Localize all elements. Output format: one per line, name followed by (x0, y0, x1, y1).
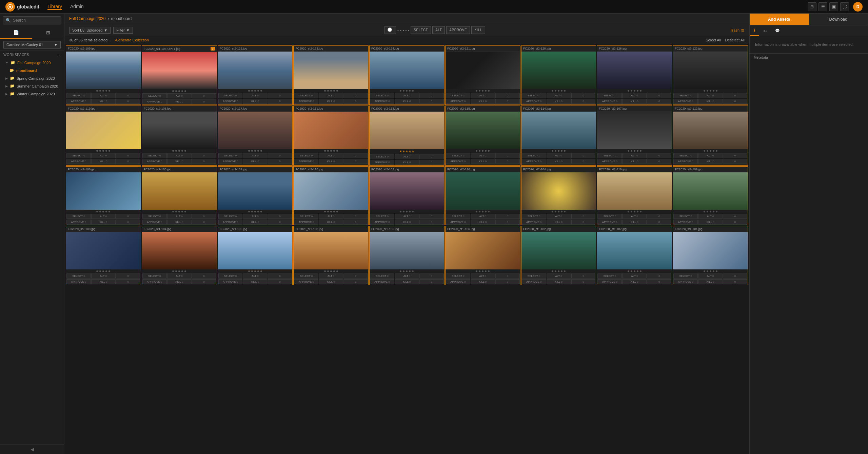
photo-approve-btn[interactable]: APPROVE 0 (673, 279, 698, 284)
select-all-button[interactable]: Select All (706, 38, 721, 42)
photo-card[interactable]: FC2020_st2-117.jpg SELECT 0 ALT 0 0 APPR… (218, 106, 293, 166)
photo-thumbnail[interactable] (218, 232, 293, 269)
photo-approve-btn[interactable]: APPROVE 0 (446, 159, 470, 164)
user-dropdown[interactable]: Caroline McCauley 01 ▼ (3, 41, 61, 49)
photo-kill-btn[interactable]: KILL 0 (395, 160, 419, 165)
photo-kill-btn[interactable]: KILL 0 (243, 220, 267, 225)
photo-card[interactable]: FC2020_st2-109.jpg SELECT 0 ALT 0 0 APPR… (673, 166, 748, 225)
photo-approve-btn[interactable]: APPROVE 0 (294, 159, 318, 164)
photo-approve-btn[interactable]: APPROVE 0 (294, 279, 318, 284)
photo-approve-btn[interactable]: APPROVE 0 (218, 99, 243, 104)
photo-thumbnail[interactable] (446, 52, 520, 89)
photo-thumbnail[interactable] (66, 112, 141, 149)
photo-card[interactable]: FC2020_st1-102.jpg SELECT 0 ALT 0 0 APPR… (521, 226, 596, 285)
photo-card[interactable]: FC2020_st2-110.jpg SELECT 0 ALT 0 0 APPR… (597, 166, 672, 225)
photo-kill-btn[interactable]: KILL 0 (395, 99, 419, 104)
photo-thumbnail[interactable] (673, 172, 748, 210)
photo-select-btn[interactable]: SELECT 0 (294, 93, 318, 98)
photo-kill-btn[interactable]: KILL 0 (319, 279, 343, 284)
photo-select-btn[interactable]: SELECT 0 (446, 153, 470, 158)
photo-select-btn[interactable]: SELECT 0 (142, 93, 167, 98)
photo-card[interactable]: FC2020_st2-112.jpg SELECT 0 ALT 0 0 APPR… (673, 106, 748, 166)
photo-approve-btn[interactable]: APPROVE 0 (142, 279, 167, 284)
photo-card[interactable]: FC2020_st2-121.jpg SELECT 0 ALT 0 0 APPR… (445, 45, 520, 105)
photo-alt-btn[interactable]: ALT 0 (319, 153, 343, 158)
photo-thumbnail[interactable] (66, 172, 141, 210)
photo-alt-btn[interactable]: ALT 0 (471, 214, 495, 219)
metadata-chat-tab[interactable]: 💬 (771, 25, 784, 36)
photo-alt-btn[interactable]: ALT 0 (243, 214, 267, 219)
photo-card[interactable]: FC2020_st2-114.jpg SELECT 0 ALT 0 0 APPR… (521, 106, 596, 166)
photo-kill-btn[interactable]: KILL 0 (91, 220, 116, 225)
add-assets-button[interactable]: Add Assets (750, 14, 809, 25)
metadata-info-tab[interactable]: ℹ (750, 25, 759, 36)
photo-card[interactable]: FC2020_st2-105.jpg SELECT 0 ALT 0 0 APPR… (142, 166, 217, 225)
photo-alt-btn[interactable]: ALT 0 (395, 273, 419, 279)
photo-alt-btn[interactable]: ALT 0 (167, 214, 192, 219)
photo-kill-btn[interactable]: KILL 0 (698, 159, 723, 164)
list-view-icon[interactable]: ☰ (818, 2, 827, 11)
photo-thumbnail[interactable] (66, 232, 141, 269)
photo-approve-btn[interactable]: APPROVE 0 (597, 99, 622, 104)
photo-alt-btn[interactable]: ALT 0 (698, 273, 723, 279)
photo-approve-btn[interactable]: APPROVE 0 (597, 220, 622, 225)
photo-select-btn[interactable]: SELECT 0 (522, 93, 546, 98)
photo-select-btn[interactable]: SELECT 0 (218, 93, 243, 98)
photo-card[interactable]: FC2020_st2-115.jpg SELECT 0 ALT 0 0 APPR… (445, 106, 520, 166)
photo-thumbnail[interactable] (142, 232, 217, 269)
sidebar-item-spring-campaign[interactable]: ▶ 📁 Spring Campaign 2020 (0, 74, 64, 82)
photo-approve-btn[interactable]: APPROVE 0 (142, 99, 167, 104)
photo-card[interactable]: FC2020_st2-123.jpg SELECT 0 ALT 0 0 APPR… (293, 45, 369, 105)
photo-alt-btn[interactable]: ALT 0 (547, 153, 571, 158)
user-avatar[interactable]: D (853, 2, 863, 12)
photo-kill-btn[interactable]: KILL 0 (698, 279, 723, 284)
photo-thumbnail[interactable] (218, 52, 293, 89)
sidebar-tab-assets[interactable]: 📄 (0, 27, 32, 39)
photo-approve-btn[interactable]: APPROVE 0 (446, 99, 470, 104)
photo-approve-btn[interactable]: APPROVE 0 (673, 159, 698, 164)
photo-thumbnail[interactable] (446, 112, 520, 149)
photo-select-btn[interactable]: SELECT 0 (218, 153, 243, 158)
photo-alt-btn[interactable]: ALT 0 (471, 93, 495, 98)
photo-kill-btn[interactable]: KILL 0 (319, 220, 343, 225)
photo-select-btn[interactable]: SELECT 0 (294, 273, 318, 279)
photo-card[interactable]: FC2020_st2-113.jpg ★★★★★ SELECT 0 ALT 0 … (369, 106, 445, 166)
photo-thumbnail[interactable] (294, 172, 368, 210)
photo-card[interactable]: FC2020_st2-119.jpg SELECT 0 ALT 0 0 APPR… (66, 106, 141, 166)
photo-card[interactable]: FC2020_st1-109.jpg SELECT 0 ALT 0 0 APPR… (218, 226, 293, 285)
photo-thumbnail[interactable] (597, 232, 672, 269)
workspace-more-icon[interactable]: ⋯ (57, 53, 61, 57)
photo-card[interactable]: FC2020_st1-107.jpg SELECT 0 ALT 0 0 APPR… (597, 226, 672, 285)
photo-alt-btn[interactable]: ALT 0 (91, 153, 116, 158)
photo-alt-btn[interactable]: ALT 0 (622, 273, 647, 279)
photo-thumbnail[interactable] (597, 172, 672, 210)
photo-approve-btn[interactable]: APPROVE 0 (142, 159, 167, 164)
photo-card[interactable]: FC2020_st2-107.jpg SELECT 0 ALT 0 0 APPR… (597, 106, 672, 166)
photo-kill-btn[interactable]: KILL 0 (471, 220, 495, 225)
photo-thumbnail[interactable] (66, 52, 141, 89)
metadata-tags-tab[interactable]: 🏷 (759, 25, 771, 36)
sidebar-collapse-btn[interactable]: ◀ (0, 444, 64, 454)
photo-approve-btn[interactable]: APPROVE 0 (673, 99, 698, 104)
photo-kill-btn[interactable]: KILL 0 (547, 279, 571, 284)
photo-thumbnail[interactable] (218, 112, 293, 149)
photo-kill-btn[interactable]: KILL 0 (167, 279, 192, 284)
photo-select-btn[interactable]: SELECT 0 (142, 273, 167, 279)
photo-approve-btn[interactable]: APPROVE 0 (370, 160, 394, 165)
select-button[interactable]: SELECT (411, 26, 431, 34)
photo-approve-btn[interactable]: APPROVE 0 (522, 279, 546, 284)
photo-thumbnail[interactable] (597, 52, 672, 89)
photo-alt-btn[interactable]: ALT 0 (243, 273, 267, 279)
photo-kill-btn[interactable]: KILL 0 (91, 159, 116, 164)
photo-alt-btn[interactable]: ALT 0 (319, 273, 343, 279)
photo-thumbnail[interactable] (370, 232, 444, 269)
photo-kill-btn[interactable]: KILL 0 (167, 220, 192, 225)
photo-approve-btn[interactable]: APPROVE 0 (446, 279, 470, 284)
photo-kill-btn[interactable]: KILL 0 (395, 220, 419, 225)
photo-select-btn[interactable]: SELECT 0 (66, 273, 91, 279)
photo-kill-btn[interactable]: KILL 0 (547, 99, 571, 104)
filter-button[interactable]: Filter ▼ (113, 27, 133, 34)
photo-kill-btn[interactable]: KILL 0 (547, 159, 571, 164)
photo-card[interactable]: FC2020_st1-108.jpg SELECT 0 ALT 0 0 APPR… (293, 226, 369, 285)
photo-approve-btn[interactable]: APPROVE 0 (66, 159, 91, 164)
